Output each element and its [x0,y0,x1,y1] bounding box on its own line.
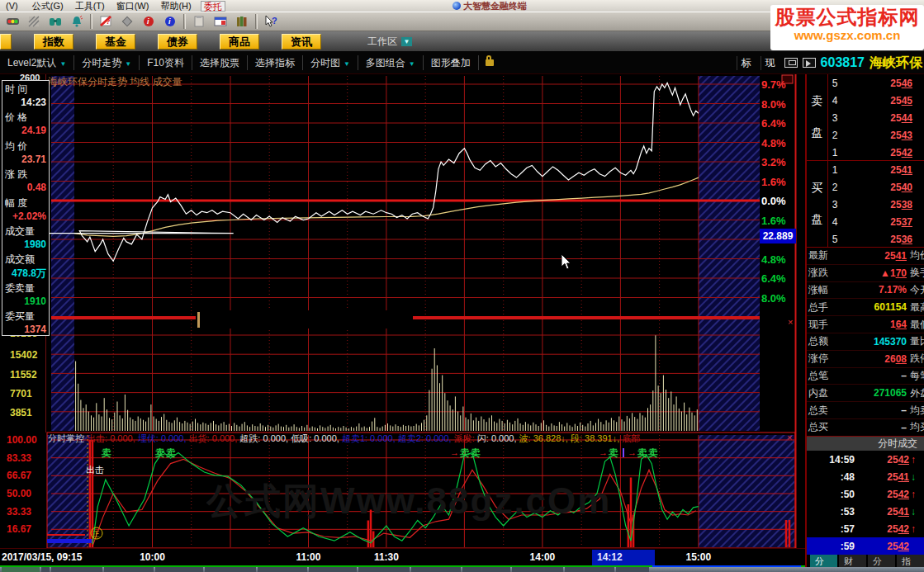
bell-icon[interactable] [66,13,88,30]
menu-item-3[interactable]: 帮助(H) [160,1,191,11]
flag-question-icon[interactable]: ? [95,13,116,30]
nav-button-clipped[interactable] [0,34,12,50]
buy-row-2: 32538 [828,196,924,213]
collapse-icon[interactable] [784,58,798,68]
stat-row-7: 总笔–每笔 [807,368,924,385]
quote-panel: 卖盘 5254642545325442254312542 买盘 12541225… [805,74,924,572]
buy-queue: 买盘 1254122540325384253752536 [807,161,924,248]
tab-item-4[interactable]: 选择指标 [248,55,303,70]
pct-axis-label-2: 6.4% [761,117,786,130]
sell-signal-0: 卖 [101,447,111,459]
broker-menu-item[interactable]: 委托 [201,1,225,12]
sell-queue-label: 卖盘 [807,74,828,160]
sell-signal-7: 卖 [647,447,658,459]
stat-row-8: 内盘271065外盘 [807,385,924,402]
menu-fragment[interactable]: (V) [6,1,18,11]
tab-item-0[interactable]: Level2默认▼ [0,55,74,70]
sell-signal-2: 卖 [165,447,176,459]
time-label-3: 14:00 [524,551,561,563]
stock-code: 603817 [821,55,865,70]
indicator-header: 分时掌控 出击: 0.000, 埋伏: 0.000, 出货: 0.000, 超跌… [48,433,791,445]
tick-row-2: :502542↑ [807,485,924,503]
os-taskbar[interactable] [0,567,924,572]
diamond-icon[interactable] [116,13,138,30]
info-blue-icon[interactable]: i [159,13,181,30]
vol-axis-label-4: 3851 [10,407,32,418]
traffic-light-icon[interactable] [2,13,23,30]
osc-axis-label-2: 66.67 [7,470,31,481]
tab-item-1[interactable]: 分时走势▼ [74,55,140,70]
crosshair-price-label: 22.889 [760,229,796,243]
sell-signal-3: 卖 [459,447,470,459]
sell-row-0: 52546 [828,74,924,92]
sell-row-2: 32544 [828,109,924,126]
tag-xian-button[interactable]: 现 [761,56,779,70]
svg-text:→: → [450,447,459,457]
indicator-value-3: 出货: 0.000, [189,433,240,443]
stat-row-3: 总手601154最高 [807,299,924,316]
menu-item-2[interactable]: 窗口(W) [116,1,149,11]
sell-signal-6: 卖 [637,447,647,459]
info-red-icon[interactable]: i [138,13,159,30]
stat-row-6: 涨停2608跌停 [807,351,924,368]
tab-item-5[interactable]: 分时图▼ [303,55,358,70]
nav-button-1[interactable]: 基金 [96,34,135,50]
tick-list: 14:592542↑:482541↓:502542↑:532541↓:57254… [807,451,924,555]
tab-item-6[interactable]: 多图组合▼ [358,55,424,70]
app-title-text: 大智慧金融终端 [463,0,527,12]
window-icon[interactable] [210,13,231,30]
pct-axis-label-1: 8.0% [761,98,786,111]
stat-row-9: 总卖–均卖 [807,402,924,419]
indicator-value-1: 出击: 0.000, [87,433,138,443]
mouse-cursor-icon [562,254,573,271]
time-label-0: 10:00 [134,551,170,563]
nav-buttons: 指数基金债券商品资讯 [12,34,321,50]
pct-axis-label-6: 0.0% [761,195,786,207]
workspace-label[interactable]: 工作区 ▼ [367,35,412,49]
close-indicator-icon[interactable]: × [787,433,792,442]
chevron-down-icon[interactable]: ▼ [401,37,412,46]
svg-text:?: ? [106,17,111,26]
stat-row-2: 涨幅7.17%今开 [807,282,924,300]
osc-axis-label-4: 33.33 [7,506,31,518]
osc-axis-label-3: 50.00 [7,488,31,499]
watermark-url: www.gszx.com.cn [770,28,924,43]
buy-row-4: 52536 [828,230,924,248]
vol-axis-label-2: 11552 [10,369,37,381]
vol-axis-label-3: 7701 [10,388,32,399]
stat-row-5: 总额145370量比 [807,333,924,351]
buy-queue-label: 买盘 [807,161,828,247]
sell-signal-1: 卖 [154,447,165,459]
nav-button-3[interactable]: 商品 [220,34,259,50]
tab-item-3[interactable]: 选择股票 [192,55,248,70]
books-icon[interactable] [231,13,253,30]
tab-item-7[interactable]: 图形叠加 [424,55,479,70]
binoculars-icon[interactable] [45,13,66,30]
nav-button-4[interactable]: 资讯 [282,34,321,50]
lock-icon[interactable] [486,59,494,66]
tag-biao-button[interactable]: 标 [737,56,756,70]
clipboard-icon[interactable] [188,13,210,30]
indicator-value-6: 超卖1: 0.000, [342,433,398,443]
stat-row-1: 涨跌▲170换手 [807,265,924,282]
dzh-terminal-window: (V) 公式(G)工具(T)窗口(W)帮助(H) 委托 大智慧金融终端 ?ii?… [0,0,924,572]
time-label-4: 15:00 [680,551,717,563]
tooltip-row-8: 委买量1374 [2,308,49,336]
tooltip-row-4: 幅 度+2.02% [2,195,49,223]
tick-row-4: :572542↑ [807,520,924,537]
osc-axis-label-0: 100.00 [7,434,37,446]
nav-button-0[interactable]: 指数 [34,34,73,50]
hatch-square-icon[interactable] [23,13,45,30]
tab-item-2[interactable]: F10资料 [140,55,192,70]
pct-axis-label-7: 1.6% [761,215,786,227]
tick-row-3: :532541↓ [807,503,924,520]
stock-name: 海峡环保 [870,54,922,72]
tab-items: Level2默认▼分时走势▼F10资料选择股票选择指标分时图▼多图组合▼图形叠加 [0,55,479,70]
buy-row-1: 22540 [828,178,924,196]
menu-item-1[interactable]: 工具(T) [75,1,105,11]
stat-row-4: 现手164最低 [807,316,924,333]
nav-button-2[interactable]: 债券 [158,34,197,50]
help-cursor-icon[interactable]: ? [260,13,282,30]
menu-item-0[interactable]: 公式(G) [32,1,64,11]
play-next-icon[interactable] [803,58,816,68]
